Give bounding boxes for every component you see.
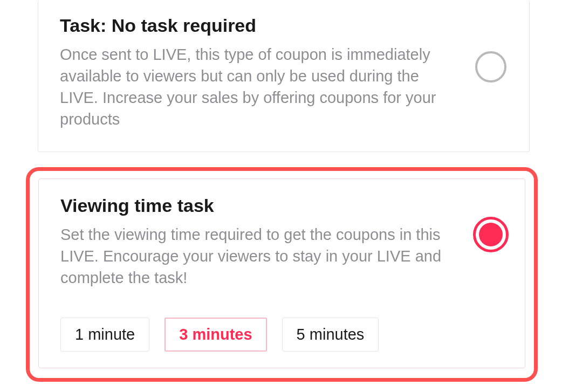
- radio-unselected-icon: [475, 51, 506, 82]
- task-card-viewing-time[interactable]: Viewing time task Set the viewing time r…: [38, 178, 525, 368]
- task-title: Viewing time task: [60, 195, 505, 216]
- task-title: Task: No task required: [60, 15, 508, 36]
- radio-viewing-time[interactable]: [473, 217, 509, 252]
- radio-no-task[interactable]: [475, 51, 506, 82]
- task-card-no-task[interactable]: Task: No task required Once sent to LIVE…: [38, 0, 530, 152]
- task-description: Once sent to LIVE, this type of coupon i…: [60, 44, 443, 130]
- radio-selected-icon: [479, 223, 503, 246]
- task-description: Set the viewing time required to get the…: [60, 224, 443, 288]
- viewing-time-options: 1 minute 3 minutes 5 minutes: [60, 318, 505, 352]
- option-3-minutes[interactable]: 3 minutes: [165, 318, 266, 352]
- highlighted-task-wrapper: Viewing time task Set the viewing time r…: [26, 167, 538, 382]
- option-5-minutes[interactable]: 5 minutes: [282, 318, 379, 352]
- option-1-minute[interactable]: 1 minute: [60, 318, 149, 352]
